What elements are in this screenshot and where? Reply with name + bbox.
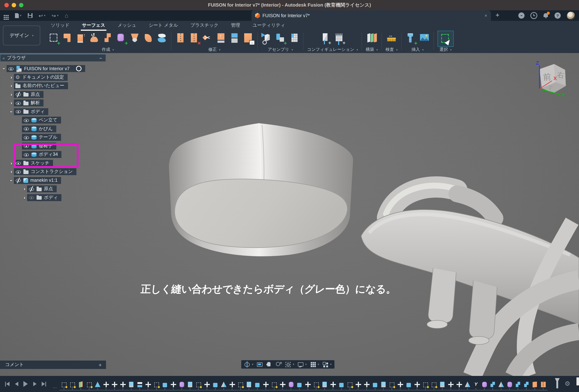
tab-sheet-metal[interactable]: シート メタル (143, 21, 184, 30)
redo-button[interactable]: ↪▾ (52, 13, 59, 18)
loft-icon[interactable] (129, 32, 140, 45)
notifications-icon[interactable] (543, 13, 549, 18)
timeline-feature-sketch-icon[interactable] (238, 381, 243, 387)
offset-face-icon[interactable]: ↔ (243, 32, 254, 45)
timeline-feature-extrude-icon[interactable] (128, 381, 134, 387)
visibility-eye-icon[interactable] (23, 117, 29, 123)
tree-item-body-vase[interactable]: かびん (0, 125, 85, 132)
timeline-feature-extrude-icon[interactable] (322, 381, 328, 387)
timeline-feature-move-icon[interactable] (456, 381, 462, 387)
close-tab-icon[interactable]: × (485, 13, 487, 18)
timeline-feature-surface-icon[interactable] (532, 381, 538, 387)
tree-item-manekin-component[interactable]: › manekin v1:1 (0, 177, 85, 184)
create-sketch-icon[interactable]: + (48, 32, 59, 45)
model-viewport[interactable]: 前 右 上 Z Y X « ブラウザ – › FUISON for Interi… (0, 53, 579, 376)
timeline-feature-form-icon[interactable] (179, 381, 185, 387)
timeline-feature-thicken-icon[interactable] (490, 381, 496, 387)
timeline-feature-move-icon[interactable] (204, 381, 210, 387)
group-label-insert[interactable]: 挿入 ▾ (405, 47, 430, 52)
revolve-icon[interactable] (89, 32, 100, 45)
insert-fastener-icon[interactable]: + (405, 32, 416, 45)
tab-mesh[interactable]: メッシュ (111, 21, 143, 30)
grid-settings-icon[interactable] (310, 361, 316, 368)
tree-item-manekin-origin[interactable]: › 原点 (0, 185, 85, 192)
go-to-start-button[interactable] (4, 380, 11, 388)
expander-icon[interactable]: › (9, 159, 14, 166)
timeline-feature-move-icon[interactable] (397, 381, 403, 387)
timeline-feature-move-icon[interactable] (448, 381, 454, 387)
timeline-feature-move-icon[interactable] (103, 381, 109, 387)
trim-icon[interactable] (202, 32, 213, 45)
zoom-window-icon[interactable] (285, 361, 291, 368)
construct-plane-icon[interactable] (366, 32, 377, 45)
tree-item-root[interactable]: › FUISON for Interior v7 (0, 65, 85, 72)
timeline-feature-move-icon[interactable] (414, 381, 420, 387)
expander-icon[interactable]: › (0, 66, 7, 71)
merge-icon[interactable] (229, 32, 240, 45)
select-tool-active[interactable] (437, 31, 454, 47)
timeline-feature-blue-icon[interactable] (372, 381, 378, 387)
timeline-feature-move-icon[interactable] (229, 381, 235, 387)
configuration-icon[interactable] (320, 32, 331, 45)
timeline-feature-extrude-icon[interactable] (246, 381, 252, 387)
patch-icon[interactable] (143, 32, 154, 45)
timeline-feature-sketch-icon[interactable] (61, 381, 67, 387)
timeline-feature-extrude-icon[interactable] (439, 381, 445, 387)
pan-icon[interactable] (266, 361, 272, 368)
timeline-feature-blue-icon[interactable] (406, 381, 412, 387)
tab-surface[interactable]: サーフェス (76, 21, 111, 30)
group-label-configure[interactable]: コンフィギュレーション ▾ (307, 47, 358, 52)
timeline-feature-sketch-icon[interactable] (196, 381, 201, 387)
tab-utilities[interactable]: ユーティリティ (246, 21, 291, 30)
visibility-eye-dim-icon[interactable] (28, 195, 34, 200)
file-menu-button[interactable]: ▾ (15, 13, 21, 18)
measure-icon[interactable]: ↔ (386, 32, 397, 45)
stitch-icon[interactable] (175, 32, 186, 45)
create-form-icon[interactable]: + (116, 32, 127, 45)
timeline-feature-thicken-icon[interactable] (515, 381, 521, 387)
timeline-feature-sketch-icon[interactable] (347, 381, 353, 387)
expander-icon[interactable]: › (9, 99, 14, 106)
tab-manage[interactable]: 管理 (225, 21, 246, 30)
orbit-icon[interactable] (244, 361, 250, 368)
timeline-feature-extrude-icon[interactable] (380, 381, 386, 387)
tab-solid[interactable]: ソリッド (45, 21, 76, 30)
timeline-feature-blue-icon[interactable] (339, 381, 344, 387)
visibility-eye-off-icon[interactable] (15, 177, 21, 183)
timeline-feature-sketch-icon[interactable] (86, 381, 92, 387)
timeline-feature-blue-icon[interactable] (254, 381, 260, 387)
extrude-icon[interactable] (62, 32, 73, 45)
expander-icon[interactable]: › (9, 74, 14, 81)
timeline-playhead[interactable] (556, 379, 558, 388)
timeline-collapsed-ellipsis[interactable]: … (53, 384, 57, 389)
tab-plastic[interactable]: プラスチック (184, 21, 225, 30)
visibility-eye-off-icon[interactable] (15, 92, 21, 97)
timeline-feature-move-icon[interactable] (145, 381, 151, 387)
timeline-feature-sketch-icon[interactable] (313, 381, 319, 387)
unstitch-icon[interactable]: × (189, 32, 200, 45)
group-label-construct[interactable]: 構築 ▾ (366, 47, 378, 52)
timeline-feature-plane-icon[interactable] (78, 381, 84, 387)
visibility-eye-icon[interactable] (15, 169, 21, 174)
group-label-create[interactable]: 作成 ▾ (48, 47, 167, 52)
new-component-icon[interactable]: + (275, 32, 286, 45)
step-forward-button[interactable] (31, 380, 38, 388)
timeline-feature-form-icon[interactable] (507, 381, 512, 387)
tree-item-bodies[interactable]: › ボディ (0, 108, 85, 115)
offset-surface-icon[interactable] (156, 32, 167, 45)
timeline-feature-move-icon[interactable] (355, 381, 361, 387)
group-label-modify[interactable]: 修正 ▾ (175, 47, 254, 52)
tree-item-analysis[interactable]: › 解析 (0, 99, 85, 106)
timeline-feature-stitch-icon[interactable] (540, 381, 546, 387)
expander-icon[interactable]: › (22, 194, 27, 201)
timeline-settings-gear-icon[interactable]: ⚙ (565, 381, 571, 387)
joint-table-icon[interactable] (289, 32, 299, 45)
insert-canvas-icon[interactable] (419, 32, 430, 45)
timeline-feature-move-icon[interactable] (170, 381, 176, 387)
timeline-feature-offset-icon[interactable] (137, 381, 143, 387)
app-grid-icon[interactable] (4, 15, 8, 16)
step-back-button[interactable] (13, 380, 20, 388)
timeline-feature-mirror-icon[interactable] (498, 381, 504, 387)
visibility-eye-off-icon[interactable] (28, 186, 34, 192)
timeline-feature-move-icon[interactable] (120, 381, 126, 387)
